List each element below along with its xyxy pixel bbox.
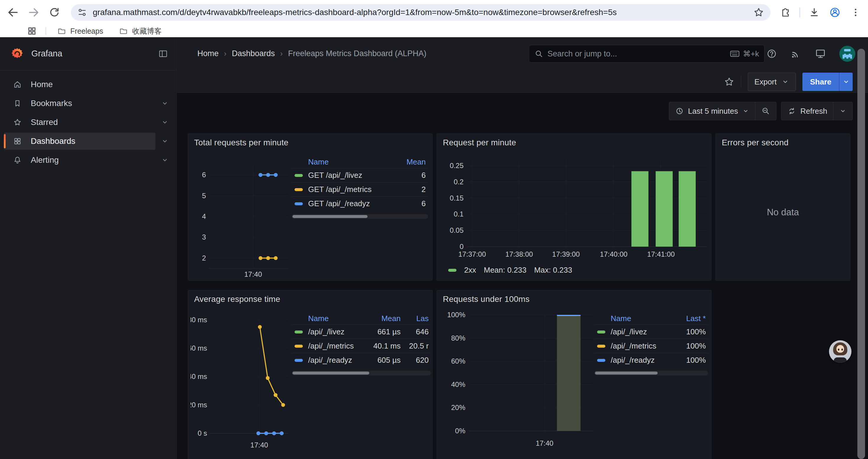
- back-button[interactable]: [6, 6, 20, 19]
- toolbar-separator: [800, 7, 800, 18]
- sidebar-item-home[interactable]: Home: [0, 75, 176, 94]
- svg-text:17:38:00: 17:38:00: [505, 250, 533, 258]
- expand-chevron[interactable]: [161, 156, 169, 164]
- bookmarks-bar: Freeleaps收藏博客: [0, 25, 868, 37]
- bookmark-folder-Freeleaps[interactable]: Freeleaps: [54, 25, 106, 37]
- series-swatch: [597, 359, 606, 362]
- site-settings-icon[interactable]: [77, 7, 88, 18]
- rss-icon: [790, 48, 802, 59]
- kebab-menu-icon: [850, 7, 861, 18]
- series-value: 40.1 ms: [356, 341, 401, 351]
- help-button[interactable]: [766, 48, 777, 59]
- refresh-interval-button[interactable]: [833, 102, 852, 120]
- bookmark-star-icon[interactable]: [753, 6, 765, 18]
- column-header-name[interactable]: Name: [611, 314, 673, 323]
- legend-scrollbar[interactable]: [594, 371, 708, 375]
- share-button[interactable]: Share: [802, 73, 839, 91]
- column-header[interactable]: Last *: [673, 314, 706, 323]
- news-button[interactable]: [790, 48, 802, 59]
- url-bar[interactable]: grafana.mathmast.com/d/deytv4rwavabkb/fr…: [71, 4, 771, 21]
- sidebar-item-alerting[interactable]: Alerting: [0, 151, 176, 169]
- series-name: GET /api/_/metrics: [308, 185, 396, 194]
- assistant-avatar[interactable]: [829, 340, 851, 363]
- reload-button[interactable]: [48, 6, 61, 19]
- breadcrumb-item[interactable]: Home: [197, 49, 219, 58]
- series-swatch: [294, 202, 303, 205]
- legend-row[interactable]: /api/_/metrics100%: [594, 339, 708, 353]
- refresh-button[interactable]: Refresh: [781, 102, 833, 120]
- series-name: /api/_/readyz: [308, 356, 356, 365]
- breadcrumb: Home›Dashboards›Freeleaps Metrics Dashbo…: [197, 37, 426, 70]
- legend-scrollbar[interactable]: [291, 371, 431, 375]
- dock-menu-button[interactable]: [158, 49, 168, 59]
- page-scrollbar[interactable]: [857, 49, 865, 459]
- legend-row[interactable]: /api/_/metrics40.1 ms20.5 r: [291, 339, 431, 353]
- kiosk-mode-button[interactable]: [814, 48, 826, 60]
- breadcrumb-item[interactable]: Dashboards: [232, 49, 275, 58]
- chevron-down-icon: [161, 156, 169, 164]
- legend-row[interactable]: GET /api/_/livez6: [291, 168, 428, 182]
- share-menu-button[interactable]: [839, 73, 852, 91]
- zoom-out-time-button[interactable]: [755, 102, 776, 120]
- svg-text:0.05: 0.05: [450, 226, 464, 234]
- legend-table-header: NameMean: [291, 156, 428, 168]
- legend-swatch: [448, 269, 457, 272]
- zoom-out-icon: [761, 107, 770, 116]
- column-header[interactable]: Mean: [356, 314, 401, 323]
- grafana-logo[interactable]: [11, 47, 24, 60]
- legend-row[interactable]: /api/_/livez661 µs646: [291, 325, 431, 339]
- scrollbar-thumb[interactable]: [292, 215, 368, 218]
- series-name: /api/_/metrics: [308, 341, 356, 351]
- legend-row[interactable]: /api/_/livez100%: [594, 325, 708, 339]
- panel-average-response-time: Average response time 80 ms60 ms40 ms20 …: [188, 290, 433, 459]
- bookmark-label: Freeleaps: [70, 27, 103, 35]
- favorite-dashboard-button[interactable]: [724, 76, 735, 87]
- sidebar-item-dashboards[interactable]: Dashboards: [0, 132, 176, 151]
- scrollbar-thumb[interactable]: [595, 371, 658, 374]
- apps-grid-icon[interactable]: [27, 26, 37, 36]
- legend-row[interactable]: /api/_/readyz605 µs620: [291, 353, 431, 367]
- forward-button[interactable]: [27, 6, 40, 19]
- bookmark-folder-收藏博客[interactable]: 收藏博客: [116, 25, 164, 37]
- expand-chevron[interactable]: [161, 137, 169, 145]
- total-requests-chart: 6543217:40: [191, 153, 291, 280]
- column-header-name[interactable]: Name: [308, 314, 356, 323]
- chart-legend[interactable]: 2xx Mean: 0.233 Max: 0.233: [448, 266, 572, 275]
- legend-row[interactable]: /api/_/readyz100%: [594, 353, 708, 367]
- scrollbar-thumb[interactable]: [292, 371, 369, 374]
- column-header[interactable]: Las: [401, 314, 429, 323]
- breadcrumb-separator: ›: [224, 49, 226, 58]
- column-header[interactable]: Mean: [396, 157, 426, 167]
- series-swatch: [294, 188, 303, 191]
- keyboard-icon: [730, 48, 740, 59]
- user-avatar[interactable]: [839, 46, 855, 62]
- extensions-button[interactable]: [779, 6, 792, 19]
- legend-scrollbar[interactable]: [291, 214, 428, 219]
- expand-chevron[interactable]: [161, 100, 169, 107]
- series-value: 6: [396, 171, 426, 180]
- svg-text:0.2: 0.2: [454, 178, 464, 186]
- export-button[interactable]: Export: [748, 73, 796, 91]
- search-input[interactable]: Search or jump to... ⌘+k: [529, 45, 765, 63]
- column-header-name[interactable]: Name: [308, 157, 396, 167]
- svg-text:17:40: 17:40: [244, 270, 262, 278]
- browser-menu-button[interactable]: [849, 6, 862, 19]
- sidebar-item-bookmarks[interactable]: Bookmarks: [0, 94, 176, 113]
- time-range-picker[interactable]: Last 5 minutes: [669, 102, 755, 120]
- downloads-button[interactable]: [808, 6, 821, 19]
- chevron-down-icon: [161, 100, 169, 107]
- no-data-message: No data: [716, 207, 850, 218]
- series-value: 100%: [673, 356, 706, 365]
- svg-text:17:39:00: 17:39:00: [552, 250, 580, 258]
- expand-chevron[interactable]: [161, 119, 169, 126]
- panel-title: Total requests per minute: [188, 134, 432, 147]
- chevron-down-icon: [839, 107, 846, 114]
- home-icon: [13, 80, 22, 89]
- panel-title: Request per minute: [437, 134, 711, 147]
- profile-button[interactable]: [829, 6, 841, 19]
- svg-text:5: 5: [202, 192, 206, 200]
- series-value: 2: [396, 185, 426, 194]
- sidebar-item-starred[interactable]: Starred: [0, 113, 176, 132]
- legend-row[interactable]: GET /api/_/readyz6: [291, 196, 428, 210]
- legend-row[interactable]: GET /api/_/metrics2: [291, 182, 428, 196]
